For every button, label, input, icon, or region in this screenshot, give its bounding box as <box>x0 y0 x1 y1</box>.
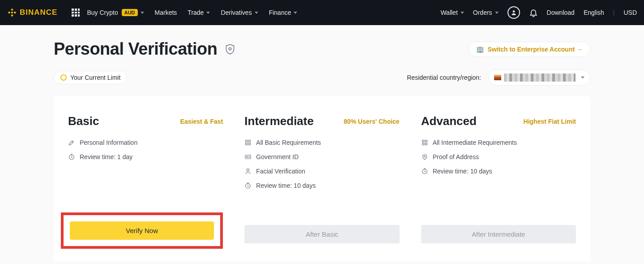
country-value-redacted <box>504 74 576 82</box>
requirement-text: All Intermediate Requirements <box>433 139 517 146</box>
face-icon <box>244 168 252 175</box>
svg-rect-11 <box>422 140 424 142</box>
nav-item-derivatives[interactable]: Derivatives <box>221 9 258 16</box>
requirement-item: Personal Information <box>68 139 223 146</box>
requirement-text: Review time: 1 day <box>80 153 132 160</box>
svg-rect-12 <box>425 140 427 142</box>
verification-tiers: BasicEasiest & FastPersonal InformationR… <box>54 114 590 243</box>
building-icon: 🏢 <box>476 46 484 53</box>
chevron-down-icon <box>141 12 144 14</box>
requirement-item: All Intermediate Requirements <box>421 139 576 146</box>
requirement-text: Review time: 10 days <box>256 182 316 189</box>
switch-enterprise-button[interactable]: 🏢 Switch to Enterprise Account → <box>469 42 590 57</box>
grid-icon <box>421 139 428 146</box>
grid-icon <box>244 139 252 146</box>
verify-now-button[interactable]: Verify Now <box>70 221 214 240</box>
country-label: Residential country/region: <box>407 74 481 81</box>
tier-advanced: AdvancedHighest Fiat LimitAll Intermedia… <box>410 114 587 243</box>
tier-basic: BasicEasiest & FastPersonal InformationR… <box>57 114 234 243</box>
chevron-down-icon <box>255 12 258 14</box>
svg-rect-3 <box>246 140 247 142</box>
svg-rect-4 <box>249 140 251 142</box>
chevron-down-icon <box>294 12 297 14</box>
download-link[interactable]: Download <box>547 9 575 16</box>
svg-point-9 <box>247 169 249 171</box>
tier-title: Basic <box>68 114 99 128</box>
nav-right: Wallet Orders Download English | USD <box>440 6 637 19</box>
svg-rect-14 <box>425 143 427 145</box>
flag-icon <box>494 75 501 80</box>
divider: | <box>613 9 615 16</box>
logo-text: BINANCE <box>20 8 57 17</box>
top-nav: BINANCE Buy CryptoAUDMarketsTradeDerivat… <box>0 0 644 25</box>
user-icon[interactable] <box>508 6 520 19</box>
requirement-text: Review time: 10 days <box>433 168 492 175</box>
tier-locked-button: After Intermediate <box>421 225 576 243</box>
clock-icon <box>421 168 428 175</box>
requirement-item: Proof of Address <box>421 153 576 160</box>
currency-badge: AUD <box>122 9 138 16</box>
currency-select[interactable]: USD <box>623 9 637 16</box>
chevron-down-icon <box>495 12 499 14</box>
requirement-text: Government ID <box>256 153 299 160</box>
requirement-text: Proof of Address <box>433 153 479 160</box>
requirements-list: All Intermediate RequirementsProof of Ad… <box>421 139 576 211</box>
requirement-item: Review time: 10 days <box>244 182 399 189</box>
tier-tag: 80% Users' Choice <box>344 118 400 125</box>
chevron-down-icon <box>206 12 210 14</box>
orders-menu[interactable]: Orders <box>473 9 499 16</box>
edit-icon <box>68 139 75 146</box>
shield-icon <box>224 43 236 55</box>
tier-tag: Easiest & Fast <box>180 118 223 125</box>
country-select[interactable] <box>488 69 590 86</box>
language-select[interactable]: English <box>584 9 604 16</box>
requirement-item: All Basic Requirements <box>244 139 399 146</box>
tier-intermediate: Intermediate80% Users' ChoiceAll Basic R… <box>234 114 410 243</box>
requirements-list: All Basic RequirementsGovernment IDFacia… <box>244 139 399 211</box>
page-title: Personal Verification <box>54 39 217 59</box>
nav-item-buy-crypto[interactable]: Buy CryptoAUD <box>87 9 144 16</box>
logo[interactable]: BINANCE <box>7 8 57 17</box>
wallet-menu[interactable]: Wallet <box>440 9 464 16</box>
chevron-down-icon <box>461 12 464 14</box>
bell-icon[interactable] <box>529 8 538 17</box>
chevron-down-icon <box>581 77 584 79</box>
nav-left: Buy CryptoAUDMarketsTradeDerivativesFina… <box>87 9 297 16</box>
svg-rect-13 <box>422 143 424 145</box>
tier-title: Intermediate <box>244 114 314 128</box>
highlight-box: Verify Now <box>61 212 223 249</box>
current-limit-badge[interactable]: Your Current Limit <box>54 71 127 84</box>
svg-point-15 <box>424 156 425 157</box>
svg-rect-5 <box>246 143 247 145</box>
requirement-text: All Basic Requirements <box>256 139 321 146</box>
requirement-text: Personal Information <box>80 139 137 146</box>
nav-item-finance[interactable]: Finance <box>269 9 298 16</box>
limit-circle-icon <box>60 74 67 81</box>
tier-tag: Highest Fiat Limit <box>524 118 576 125</box>
requirement-item: Facial Verification <box>244 168 399 175</box>
pin-icon <box>421 153 428 160</box>
tier-locked-button: After Basic <box>244 225 399 243</box>
svg-rect-6 <box>249 143 251 145</box>
binance-logo-icon <box>7 8 17 17</box>
nav-item-trade[interactable]: Trade <box>188 9 210 16</box>
apps-grid-icon[interactable] <box>72 9 80 17</box>
tier-title: Advanced <box>421 114 477 128</box>
svg-point-1 <box>229 48 231 50</box>
nav-item-markets[interactable]: Markets <box>155 9 177 16</box>
requirement-item: Government ID <box>244 153 399 160</box>
requirements-list: Personal InformationReview time: 1 day <box>68 139 223 211</box>
svg-rect-7 <box>245 155 251 159</box>
requirement-text: Facial Verification <box>256 168 305 175</box>
svg-point-0 <box>512 10 515 13</box>
clock-icon <box>244 182 252 189</box>
main-content: Personal Verification 🏢 Switch to Enterp… <box>0 25 644 261</box>
requirement-item: Review time: 10 days <box>421 168 576 175</box>
svg-point-8 <box>247 156 248 158</box>
requirement-item: Review time: 1 day <box>68 153 223 160</box>
id-icon <box>244 153 252 160</box>
clock-icon <box>68 153 75 160</box>
